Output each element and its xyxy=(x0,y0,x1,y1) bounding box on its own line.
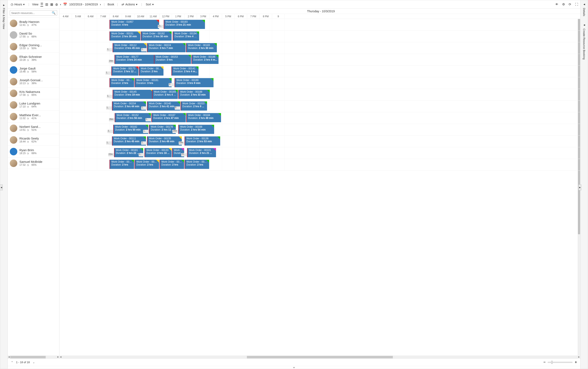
booking-card[interactable]: Work Order - 00155Duration: 2 hrs xyxy=(185,160,209,169)
zoom-in-icon[interactable]: + xyxy=(575,360,577,364)
right-details-panel[interactable]: ◀ Details ◀ Create Resource Booking ▶ xyxy=(580,0,588,369)
eye-icon[interactable]: 👁 xyxy=(555,2,558,6)
grid-row[interactable]: 1..Work Order - 00145Duration: 3 hrs 19 … xyxy=(59,89,580,100)
page-next-icon[interactable]: ⌄ xyxy=(33,361,35,364)
fullscreen-icon[interactable]: ⛶ xyxy=(575,2,578,6)
grid-row[interactable]: Work Order - 00151Duration: 2 hrs 30 min… xyxy=(59,31,580,42)
booking-card[interactable]: Work Order - 00151Duration: 2 hrs 30 min xyxy=(109,31,140,40)
booking-card[interactable]: Work Order - 00153Duration: 3 hrs xyxy=(154,55,191,64)
grid-row[interactable]: Work Order - 00157Duration: 2 hrsWork Or… xyxy=(59,159,580,170)
scroll-right-icon[interactable]: ▶ xyxy=(57,356,59,358)
booking-card[interactable]: Work Order - 00125Duration: 2 hrs xyxy=(159,160,184,169)
zoom-slider[interactable] xyxy=(547,362,573,363)
booking-card[interactable]: Work Order - 00203Duration: 2 hrs 9 ... xyxy=(180,101,207,110)
booking-card[interactable]: Work Order - 00168Duration: 2 hrs 54 min xyxy=(178,125,214,134)
booking-card[interactable]: Work Order - 00141Duration: 2 hrs 4 m... xyxy=(171,66,199,76)
resource-row[interactable]: Luke Lundgren17:10 ◷ 64% xyxy=(8,99,59,111)
zoom-out-icon[interactable]: − xyxy=(543,360,546,364)
grid-row[interactable]: 24mWork Order - 00177Duration: 3 hrs 24 … xyxy=(59,54,580,66)
grid-row[interactable]: 1..Work Order - 00111Duration: 2 hrs 45 … xyxy=(59,136,580,147)
collapse-left-knob[interactable]: ◀ xyxy=(0,184,3,190)
calendar-icon[interactable]: 📅 xyxy=(63,2,67,6)
resource-row[interactable]: Kris Nakamura17:30 ◷ 65% xyxy=(8,88,59,99)
booking-card[interactable]: Work Order - 00177Duration: 3 hrs 24 min xyxy=(115,55,157,64)
booking-card[interactable]: Work Order - 00161Duration: 3 hrs xyxy=(135,78,172,87)
booking-card[interactable]: Work Order - 00173Duration: 2 hrs 12 ... xyxy=(111,66,138,76)
grid-row[interactable]: 1..Work Order - 00173Duration: 2 hrs 12 … xyxy=(59,66,580,77)
booking-card[interactable]: Work Order - 01957Duration: 4 hrs xyxy=(109,20,159,29)
resource-row[interactable]: Brady Hannon12:41 ◷ 47% xyxy=(8,18,59,29)
resource-list[interactable]: Brady Hannon12:41 ◷ 47%David So17:55 ◷ 6… xyxy=(8,18,59,356)
booking-card[interactable]: Work Order - 00167Duration: 2 hrs 47 min xyxy=(151,113,186,122)
booking-card[interactable]: Work Order - 00133Duration: 2 hrs 16 ... xyxy=(145,148,172,157)
status-corner-icon xyxy=(145,125,148,128)
scroll-right-icon[interactable]: ▶ xyxy=(578,356,580,358)
search-field[interactable] xyxy=(11,11,52,15)
grid-row[interactable]: 2..Work Order - 00182Duration: 2 hrs 50 … xyxy=(59,124,580,136)
resource-row[interactable]: Jorge Gault15:46 ◷ 58% xyxy=(8,64,59,76)
resource-row[interactable]: Edgar Doming...13:33 ◷ 50% xyxy=(8,41,59,52)
booking-card[interactable]: Work Order - 00194Duration: 2 hrs 4 m... xyxy=(173,31,199,40)
grid-row[interactable]: 26mWork Order - 00152Duration: 2 hrs 56 … xyxy=(59,112,580,124)
booking-card[interactable]: Work Order - 00136Duration: 2 hrs 53 min xyxy=(185,136,220,146)
booking-card[interactable]: Work Order - 00111Duration: 2 hrs 45 min xyxy=(112,136,146,146)
booking-card[interactable]: Work Order - 00178Duration: 2 hrs 11 ... xyxy=(149,125,176,134)
booking-card[interactable]: Work Order - 00169Duration: 3 hrs 9 min xyxy=(175,78,213,87)
resource-row[interactable]: Ryan Brim18:15 ◷ 68% xyxy=(8,146,59,158)
grid-row[interactable]: 22mWork Order - 00181Duration: 2 hrs 22 … xyxy=(59,147,580,159)
status-corner-icon xyxy=(143,101,146,104)
hours-dropdown[interactable]: ◷ Hours ▾ xyxy=(10,2,25,7)
booking-card[interactable]: Work Order - 00157Duration: 2 hrs xyxy=(109,160,134,169)
resource-hscroll[interactable]: ◀ ▶ xyxy=(8,356,59,358)
sort-dropdown[interactable]: Sort ▾ xyxy=(145,2,155,7)
booking-card[interactable]: Work Order - 00192Duration: 2 hrs 30 min xyxy=(141,31,172,40)
search-resources-input[interactable]: 🔍 xyxy=(10,10,57,16)
scroll-thumb[interactable] xyxy=(247,356,393,358)
resource-row[interactable]: Ricardo Seely16:44 ◷ 62% xyxy=(8,134,59,146)
resource-row[interactable]: David So17:55 ◷ 66% xyxy=(8,29,59,41)
grid-row[interactable]: 1..Work Order - 00112Duration: 2 hrs 45 … xyxy=(59,42,580,54)
resource-row[interactable]: Samuel McBride17:32 ◷ 65% xyxy=(8,158,59,169)
booking-card[interactable]: Work Order - 00224Duration: 3 hrs 7 min xyxy=(147,43,186,52)
booking-card[interactable]: Work Order - 00183Duration: 2 hrs 30 min xyxy=(186,43,217,52)
booking-card[interactable]: Work Order - 00165Duration: 2 hrs 4 m... xyxy=(152,90,178,99)
resource-row[interactable]: Joseph Gonsal...10:13 ◷ 38% xyxy=(8,76,59,88)
booking-card[interactable]: Work Order - 00186Duration: 2 hrs 4 m... xyxy=(191,55,219,64)
booking-card[interactable]: Work Order - 00184Duration: 2 hrs 49 min xyxy=(186,113,221,122)
resource-row[interactable]: Matthew Ever...11:02 ◷ 41% xyxy=(8,111,59,122)
booking-card[interactable]: Work Order - 00154Duration: 2 hrs xyxy=(109,78,134,87)
globe-icon[interactable]: ◍ xyxy=(55,2,58,6)
booking-card[interactable]: Work Order - 00101Duration: 2 hrs 21 ... xyxy=(187,148,216,157)
booking-card[interactable]: Work Order - 00193Duration: 3 hrs 21 min xyxy=(164,20,205,29)
grid-view-icon[interactable]: ▦ xyxy=(50,2,53,6)
gear-icon[interactable]: ⚙ xyxy=(562,2,565,6)
page-prev-icon[interactable]: ⌃ xyxy=(11,361,13,364)
resource-row[interactable]: Norbert Sand...13:51 ◷ 51% xyxy=(8,122,59,134)
scroll-left-icon[interactable]: ◀ xyxy=(8,356,10,358)
zoom-thumb[interactable] xyxy=(551,361,553,364)
booking-card[interactable]: Work Order - 00135Duration: 2 hrs 49 min xyxy=(147,136,182,146)
booking-card[interactable]: Work Order - 00188Duration: 2 hrs 33 min xyxy=(178,90,210,99)
scroll-left-icon[interactable]: ◀ xyxy=(60,356,62,358)
book-button[interactable]: Book xyxy=(108,3,114,6)
booking-card[interactable]: Work Order - 00204Duration: 2 hrs 44 min xyxy=(112,101,146,110)
bottom-expand-handle[interactable]: ▲ xyxy=(8,366,580,369)
booking-card[interactable]: Work Order - 00145Duration: 3 hrs 19 min xyxy=(113,90,153,99)
booking-card[interactable]: Work Order - 00109Duration: 2 hrs xyxy=(135,160,159,169)
refresh-icon[interactable]: ⟳ xyxy=(569,2,571,6)
scroll-thumb[interactable] xyxy=(10,356,46,358)
timeline-hscroll[interactable]: ◀ ▶ xyxy=(59,356,580,358)
grid-row[interactable]: Work Order - 01957Duration: 4 hrs21..Wor… xyxy=(59,19,580,31)
date-range-label[interactable]: 10/2/2019 - 10/4/2019 xyxy=(69,3,98,6)
column-view-icon[interactable]: ▥ xyxy=(45,2,48,6)
grid-row[interactable]: 1..Work Order - 00204Duration: 2 hrs 44 … xyxy=(59,100,580,112)
collapse-right-knob[interactable]: ▶ xyxy=(578,184,581,190)
actions-dropdown[interactable]: ⇄ Actions ▾ xyxy=(121,2,138,7)
resource-row[interactable]: Efrain Schreiner10:28 ◷ 39% xyxy=(8,52,59,64)
next-icon[interactable]: › xyxy=(100,2,101,6)
list-view-icon[interactable]: ☰ xyxy=(41,2,43,7)
booking-card[interactable]: Work Order - 00131Duration: 2 hrs xyxy=(139,66,163,76)
prev-icon[interactable]: ‹ xyxy=(60,2,61,6)
grid-row[interactable]: Work Order - 00154Duration: 2 hrsWork Or… xyxy=(59,77,580,89)
schedule-grid[interactable]: Work Order - 01957Duration: 4 hrs21..Wor… xyxy=(59,19,580,356)
